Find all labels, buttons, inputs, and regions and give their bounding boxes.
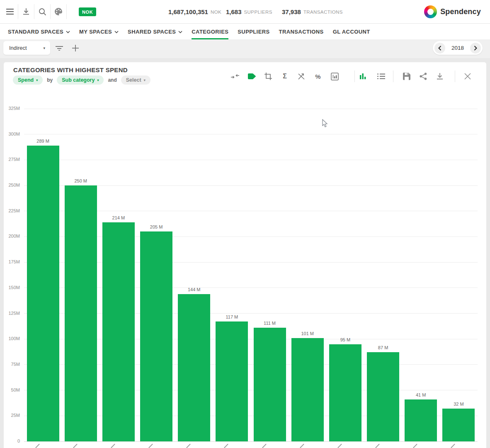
y-axis-tick-label: 150M bbox=[4, 285, 20, 290]
chart-bar[interactable] bbox=[442, 409, 475, 441]
spendency-logo-icon bbox=[424, 5, 437, 18]
transactions-unit: TRANSACTIONS bbox=[303, 10, 343, 15]
bar-value-label: 111 M bbox=[251, 321, 289, 326]
divider bbox=[455, 71, 455, 82]
percent-icon[interactable]: % bbox=[313, 72, 323, 81]
divider bbox=[354, 71, 355, 82]
download-icon[interactable] bbox=[18, 4, 34, 19]
chart-bar[interactable] bbox=[254, 328, 286, 441]
clear-sort-icon[interactable] bbox=[297, 72, 306, 81]
tab-suppliers[interactable]: SUPPLIERS bbox=[233, 24, 274, 39]
filter-icon[interactable] bbox=[53, 41, 66, 55]
chart-bar[interactable] bbox=[329, 344, 361, 441]
gridline bbox=[24, 134, 478, 134]
tab-categories[interactable]: CATEGORIES bbox=[187, 24, 233, 39]
transactions-stat: 37,938 TRANSACTIONS bbox=[282, 0, 343, 24]
chart-bar[interactable] bbox=[216, 321, 248, 441]
chart-bar[interactable] bbox=[291, 338, 324, 441]
chart-bar[interactable] bbox=[178, 294, 210, 441]
tab-standard-spaces[interactable]: STANDARD SPACES bbox=[3, 24, 75, 39]
tab-gl-account[interactable]: GL ACCOUNT bbox=[328, 24, 375, 39]
chevron-down-icon: ▾ bbox=[97, 78, 99, 82]
bar-value-label: 205 M bbox=[138, 224, 175, 229]
year-pager: 2018 bbox=[433, 41, 483, 55]
tag-icon[interactable] bbox=[247, 72, 256, 81]
chart-bar[interactable] bbox=[405, 399, 437, 441]
tab-label: SHARED SPACES bbox=[128, 29, 176, 35]
bar-value-label: 144 M bbox=[175, 287, 213, 292]
chart-card: CATEGORIES WITH HIGHEST SPEND Spend ▾ by… bbox=[4, 62, 486, 448]
bar-value-label: 250 M bbox=[62, 178, 99, 183]
divider bbox=[393, 71, 393, 82]
add-widget-icon[interactable] bbox=[69, 41, 82, 55]
tab-label: SUPPLIERS bbox=[238, 29, 269, 35]
chart-bar[interactable] bbox=[102, 222, 135, 441]
chart-config-chips: Spend ▾ by Sub category ▾ and Select ▾ bbox=[13, 75, 150, 85]
chart-bar[interactable] bbox=[65, 185, 97, 441]
y-axis-tick-label: 300M bbox=[4, 131, 20, 136]
currency-badge[interactable]: NOK bbox=[79, 7, 96, 16]
top-bar: NOK 1,687,100,351 NOK 1,683 SUPPLIERS 37… bbox=[0, 0, 490, 24]
suppliers-unit: SUPPLIERS bbox=[244, 10, 272, 15]
y-axis-tick-label: 275M bbox=[4, 157, 20, 162]
gridline bbox=[24, 160, 478, 160]
share-icon[interactable] bbox=[419, 72, 428, 81]
y-axis-tick-label: 175M bbox=[4, 259, 20, 264]
card-title: CATEGORIES WITH HIGHEST SPEND bbox=[13, 66, 128, 73]
chevron-down-icon: ▾ bbox=[43, 46, 45, 50]
list-view-icon[interactable] bbox=[376, 72, 386, 81]
measure-chip[interactable]: Spend ▾ bbox=[13, 75, 43, 85]
bar-value-label: 41 M bbox=[402, 392, 440, 397]
x-axis-label-fragment bbox=[35, 444, 40, 448]
search-icon[interactable] bbox=[34, 4, 50, 19]
secondary-dimension-chip[interactable]: Select ▾ bbox=[121, 75, 150, 85]
tab-label: MY SPACES bbox=[79, 29, 112, 35]
bar-value-label: 214 M bbox=[99, 215, 137, 220]
bar-value-label: 289 M bbox=[24, 139, 62, 144]
x-axis-label-fragment bbox=[262, 444, 267, 448]
x-axis-label-fragment bbox=[224, 444, 229, 448]
export-download-icon[interactable] bbox=[435, 72, 444, 81]
year-label: 2018 bbox=[451, 45, 464, 51]
close-icon[interactable] bbox=[462, 71, 473, 82]
x-axis-label-fragment bbox=[73, 444, 78, 448]
gridline bbox=[24, 109, 478, 109]
bar-value-label: 101 M bbox=[289, 331, 326, 336]
bar-chart-view-icon[interactable] bbox=[359, 72, 368, 81]
x-axis-label-fragment bbox=[337, 444, 342, 448]
chart-bar[interactable] bbox=[27, 146, 59, 441]
tab-label: CATEGORIES bbox=[192, 29, 228, 35]
bar-value-label: 95 M bbox=[326, 337, 364, 342]
card-actions-group bbox=[402, 72, 444, 81]
y-axis-tick-label: 0 bbox=[4, 438, 20, 443]
tab-label: TRANSACTIONS bbox=[279, 29, 324, 35]
bar-chart-plot: 025M50M75M100M125M150M175M200M225M250M27… bbox=[24, 109, 478, 441]
mini-chart-box-icon[interactable] bbox=[330, 72, 339, 81]
x-axis-label-fragment bbox=[375, 444, 380, 448]
brand: Spendency bbox=[424, 0, 481, 24]
chart-bar[interactable] bbox=[367, 352, 399, 441]
main-nav: STANDARD SPACES MY SPACES SHARED SPACES … bbox=[0, 24, 490, 39]
tab-shared-spaces[interactable]: SHARED SPACES bbox=[123, 24, 187, 39]
next-year-button[interactable] bbox=[470, 43, 481, 54]
sigma-sum-icon[interactable]: Σ bbox=[280, 72, 289, 81]
by-label: by bbox=[47, 77, 53, 83]
y-axis-tick-label: 125M bbox=[4, 311, 20, 316]
scope-select[interactable]: Indirect ▾ bbox=[3, 41, 50, 55]
merge-arrows-icon[interactable] bbox=[230, 72, 240, 81]
save-icon[interactable] bbox=[402, 72, 411, 81]
palette-icon[interactable] bbox=[51, 4, 66, 19]
tab-my-spaces[interactable]: MY SPACES bbox=[75, 24, 123, 39]
dimension-chip[interactable]: Sub category ▾ bbox=[57, 75, 104, 85]
bar-value-label: 87 M bbox=[364, 345, 402, 350]
scope-select-value: Indirect bbox=[9, 45, 27, 51]
tab-transactions[interactable]: TRANSACTIONS bbox=[274, 24, 328, 39]
x-axis-label-fragment bbox=[148, 444, 153, 448]
tab-label: STANDARD SPACES bbox=[8, 29, 63, 35]
previous-year-button[interactable] bbox=[434, 43, 445, 54]
hamburger-menu-icon[interactable] bbox=[2, 4, 18, 19]
crop-icon[interactable] bbox=[264, 72, 273, 81]
bar-value-label: 117 M bbox=[213, 314, 251, 319]
chart-bar[interactable] bbox=[140, 231, 172, 441]
y-axis-tick-label: 200M bbox=[4, 234, 20, 239]
